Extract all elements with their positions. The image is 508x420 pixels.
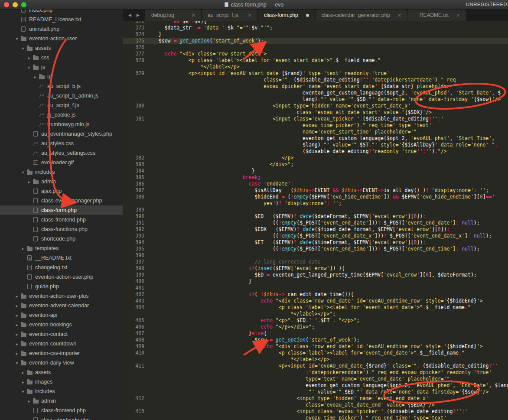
- code-line-389[interactable]: 389: [123, 207, 508, 213]
- sidebar-item-eventon-contact[interactable]: ▸eventon-contact: [0, 329, 123, 339]
- code-line-387[interactable]: 387 $isAllDay = ($this->EVENT && $this->…: [123, 187, 508, 194]
- code-line-403[interactable]: 403 echo "<div class='row end_date' id='…: [123, 298, 508, 304]
- tab-class-calendar-generator-php[interactable]: class-calendar_generator.php×: [316, 10, 408, 21]
- sidebar-item-uninstall-php[interactable]: uninstall.php: [0, 24, 123, 34]
- sidebar-item-readme-txt[interactable]: __README.txt: [0, 253, 123, 263]
- sidebar-item-eventon-action-user[interactable]: ▾eventon-action-user: [0, 34, 123, 43]
- code-line-407[interactable]: 407 }else{: [123, 330, 508, 337]
- sidebar-item-au-styles-settings-css[interactable]: /*au_styles_settings.css: [0, 148, 123, 158]
- sidebar-item-index-php[interactable]: index.php: [0, 10, 123, 15]
- close-tab-icon[interactable]: ×: [248, 12, 251, 19]
- expand-arrow-icon[interactable]: ▸: [14, 351, 20, 356]
- nav-back-button[interactable]: ◀: [128, 13, 131, 17]
- sidebar-item-class-form-php[interactable]: class-form.php: [0, 205, 123, 215]
- sidebar-item-eventon-bookings[interactable]: ▸eventon-bookings: [0, 320, 123, 329]
- code-line-383[interactable]: 383 </div>";: [123, 161, 508, 168]
- code-line-wrap[interactable]: eventon_get_custom_language($opt_2, 'evo…: [123, 90, 508, 96]
- sidebar-item-js[interactable]: ▾js: [0, 62, 123, 72]
- code-line-388[interactable]: 388 $hideEnd = (!empty($EPMV['evo_hide_e…: [123, 194, 508, 200]
- code-line-wrap[interactable]: *</label></p>: [123, 356, 508, 363]
- sidebar-item-au-script-f-js[interactable]: /*au_script_f.js: [0, 101, 123, 110]
- code-line-375[interactable]: 375 $sow = get_option('start_of_week');: [123, 38, 508, 44]
- sidebar-item-ajax-php[interactable]: ajax.php: [0, 186, 123, 196]
- expand-arrow-icon[interactable]: ▸: [20, 380, 26, 384]
- sidebar-item-eventon-action-user-plus[interactable]: ▸eventon-action-user-plus: [0, 291, 123, 301]
- close-tab-icon[interactable]: ×: [192, 12, 195, 19]
- sidebar-item-au-script-b-admin-js[interactable]: /*au_script_b_admin.js: [0, 91, 123, 101]
- sidebar-item-eventon-action-user-php[interactable]: eventon-action-user.php: [0, 272, 123, 282]
- sidebar-item-eventon-api[interactable]: ▸eventon-api: [0, 310, 123, 320]
- code-line-406[interactable]: 406 echo "</p></div>";: [123, 324, 508, 330]
- sidebar-item-class-event-manager-php[interactable]: class-event-manager.php: [0, 196, 123, 205]
- sidebar-item-eventon-daily-view[interactable]: ▾eventon-daily-view: [0, 358, 123, 368]
- collapse-arrow-icon[interactable]: ▾: [20, 170, 26, 175]
- sidebar-item-class-frontend-php[interactable]: class-frontend.php: [0, 215, 123, 225]
- code-line-372[interactable]: 372 as $k=>$v){: [123, 21, 508, 25]
- code-line-379[interactable]: 379 <p><input id='evoAU_start_date_{$ran…: [123, 70, 508, 77]
- expand-arrow-icon[interactable]: ▸: [14, 322, 20, 327]
- code-line-411[interactable]: 411 <p><input id='evoAU_end_date_{$rand}…: [123, 363, 508, 369]
- sidebar-item-changelog-txt[interactable]: changelog.txt: [0, 263, 123, 272]
- code-line-404[interactable]: 404 <p class='label'><label for='event_s…: [123, 304, 508, 311]
- code-line-wrap[interactable]: name='event_start_time' placeholder='".: [123, 129, 508, 135]
- code-line-410[interactable]: 410 <p class='label'><label for='event_e…: [123, 350, 508, 356]
- code-line-393[interactable]: 393 ((!empty($_POST['event_end_date_x'])…: [123, 233, 508, 239]
- expand-arrow-icon[interactable]: ▸: [20, 246, 26, 251]
- close-tab-icon[interactable]: ×: [398, 12, 401, 19]
- expand-arrow-icon[interactable]: ▸: [26, 55, 32, 60]
- close-button[interactable]: [4, 2, 9, 7]
- code-line-386[interactable]: 386 case 'enddate':: [123, 181, 508, 187]
- sidebar-item-ui[interactable]: ▸ui: [0, 72, 123, 81]
- code-line-409[interactable]: 409 echo "<div class='row end_date' id='…: [123, 343, 508, 350]
- code-line-382[interactable]: 382 </p>: [123, 155, 508, 161]
- code-line-392[interactable]: 392 $EDX = ($EPMV)? date($fixed_date_for…: [123, 226, 508, 233]
- code-line-wrap[interactable]: eventon_get_custom_language($opt_2, 'evo…: [123, 135, 508, 142]
- code-line-413[interactable]: 413 <input class='evoau_tpicker '.($disa…: [123, 408, 508, 415]
- code-line-wrap[interactable]: yes')? 'display:none': '';: [123, 200, 508, 207]
- sidebar-item-guide-php[interactable]: guide.php: [0, 282, 123, 291]
- code-line-wrap[interactable]: class='". ($disable_date_editing?'':'dat…: [123, 77, 508, 83]
- expand-arrow-icon[interactable]: ▸: [14, 313, 20, 318]
- code-line-wrap[interactable]: $lang)."' value='".$ST."' style='{$isAll…: [123, 142, 508, 148]
- tab-au-script-f-js[interactable]: au_script_f.js×: [202, 10, 258, 21]
- tab-readme-txt[interactable]: __README.txt×: [407, 10, 466, 21]
- code-line-376[interactable]: 376: [123, 44, 508, 51]
- sidebar-item-shortcode-php[interactable]: shortcode.php: [0, 234, 123, 244]
- collapse-arrow-icon[interactable]: ▾: [26, 65, 32, 70]
- sidebar-item-assets[interactable]: ▸assets: [0, 368, 123, 377]
- expand-arrow-icon[interactable]: ▸: [26, 179, 32, 184]
- code-line-400[interactable]: 400 }: [123, 278, 508, 285]
- code-line-380[interactable]: 380 <input type='hidden' name='event_sta…: [123, 103, 508, 109]
- expand-arrow-icon[interactable]: ▸: [14, 303, 20, 308]
- sidebar-item-eventon-advent-calendar[interactable]: ▸eventon-advent-calendar: [0, 301, 123, 310]
- expand-arrow-icon[interactable]: ▸: [26, 399, 32, 404]
- code-line-wrap[interactable]: ($disable_date_editing?'readonly='true''…: [123, 148, 508, 155]
- code-line-wrap[interactable]: lang)."' value='".$SD."' data-role='none…: [123, 96, 508, 103]
- code-line-396[interactable]: 396: [123, 252, 508, 259]
- sidebar-item-css[interactable]: ▸css: [0, 53, 123, 62]
- expand-arrow-icon[interactable]: ▸: [20, 370, 26, 375]
- tab-debug-log[interactable]: debug.log×: [145, 10, 202, 21]
- sidebar-item-class-frontend-php[interactable]: class-frontend.php: [0, 406, 123, 415]
- code-line-394[interactable]: 394 $ET = ($EPMV)? date($timeFormat, $EP…: [123, 239, 508, 246]
- code-line-wrap[interactable]: *</label></p>: [123, 64, 508, 70]
- code-line-wrap[interactable]: evoau_time_picker')." req time' type='te…: [123, 122, 508, 129]
- collapse-arrow-icon[interactable]: ▾: [14, 361, 20, 365]
- code-line-398[interactable]: 398 if(isset($EPMV['evcal_erow']) ){: [123, 265, 508, 272]
- code-line-wrap[interactable]: evoau_dpicker' name='event_start_date' {…: [123, 83, 508, 90]
- collapse-arrow-icon[interactable]: ▾: [20, 46, 26, 51]
- expand-arrow-icon[interactable]: ▸: [14, 342, 20, 346]
- code-line-373[interactable]: 373 $data_str .= 'data-'.$k."='".$v."'";: [123, 25, 508, 31]
- code-line-wrap[interactable]: eventon_get_custom_language($opt_2, 'evo…: [123, 382, 508, 389]
- code-line-377[interactable]: 377 echo "<div class='row start_date'>: [123, 51, 508, 57]
- sidebar-item-admin[interactable]: ▸admin: [0, 177, 123, 186]
- close-tab-icon[interactable]: ×: [456, 12, 460, 19]
- sidebar-item-eventon-countdown[interactable]: ▸eventon-countdown: [0, 339, 123, 348]
- sidebar-item-class-functions-php[interactable]: class-functions.php: [0, 225, 123, 234]
- code-line-384[interactable]: 384 }: [123, 168, 508, 174]
- code-line-405[interactable]: 405 echo "<p>". $ED.' '.$ET . "</p>";: [123, 317, 508, 324]
- code-line-378[interactable]: 378 <p class='label'><label for='event_s…: [123, 57, 508, 64]
- code-line-391[interactable]: 391 ((!empty($_POST['event_end_date']))?…: [123, 220, 508, 226]
- sidebar-item-includes[interactable]: ▾includes: [0, 167, 123, 177]
- code-line-wrap[interactable]: ."' value='".$ED."' data-role='none' dat…: [123, 389, 508, 395]
